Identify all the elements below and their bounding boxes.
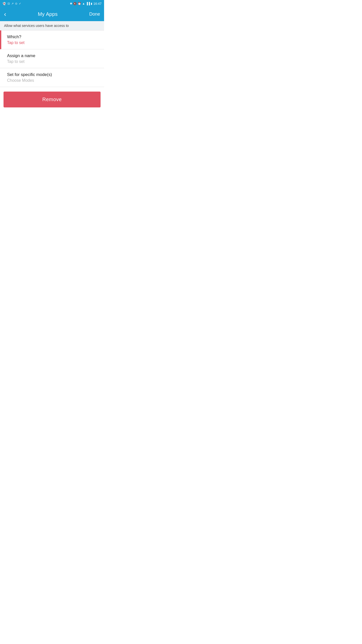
- assign-name-row[interactable]: Assign a name Tap to set: [0, 49, 104, 68]
- section-header-text: Allow what services users have access to: [4, 24, 69, 28]
- signal-icon: ▐▐: [86, 2, 90, 5]
- assign-name-label: Assign a name: [7, 53, 100, 58]
- bluetooth-icon: ✱: [70, 2, 72, 5]
- status-bar-right-icons: ✱ 🔇 ⏰ ▲ ▐▐ ▮ 16:47: [70, 2, 102, 6]
- status-time: 16:47: [93, 2, 102, 6]
- section-header: Allow what services users have access to: [0, 21, 104, 30]
- page-title: My Apps: [38, 11, 58, 17]
- status-bar-left-icons: 👻 ⊡ ↗ ⊙ ✓: [3, 2, 21, 5]
- wifi-icon: ▲: [82, 2, 85, 5]
- specific-mode-label: Set for specific mode(s): [7, 72, 100, 77]
- specific-mode-value: Choose Modes: [7, 78, 100, 83]
- mute-icon: 🔇: [73, 2, 77, 5]
- camera-icon: ⊙: [15, 2, 17, 5]
- which-row[interactable]: Which? Tap to set: [0, 30, 104, 49]
- snapchat-icon: 👻: [3, 2, 6, 5]
- status-bar: 👻 ⊡ ↗ ⊙ ✓ ✱ 🔇 ⏰ ▲ ▐▐ ▮ 16:47: [0, 0, 104, 7]
- back-button[interactable]: ‹: [4, 11, 6, 17]
- image-icon: ⊡: [8, 2, 10, 5]
- alarm-icon: ⏰: [78, 2, 81, 5]
- remove-button[interactable]: Remove: [4, 92, 101, 107]
- done-button[interactable]: Done: [89, 12, 100, 17]
- form-section: Which? Tap to set Assign a name Tap to s…: [0, 30, 104, 87]
- assign-name-value: Tap to set: [7, 59, 100, 64]
- battery-icon: ▮: [91, 2, 92, 5]
- arrow-icon: ↗: [11, 2, 14, 5]
- remove-section: Remove: [0, 87, 104, 112]
- check-icon: ✓: [19, 2, 21, 5]
- which-value: Tap to set: [7, 41, 100, 45]
- nav-bar: ‹ My Apps Done: [0, 7, 104, 21]
- specific-mode-row[interactable]: Set for specific mode(s) Choose Modes: [0, 68, 104, 87]
- which-label: Which?: [7, 34, 100, 39]
